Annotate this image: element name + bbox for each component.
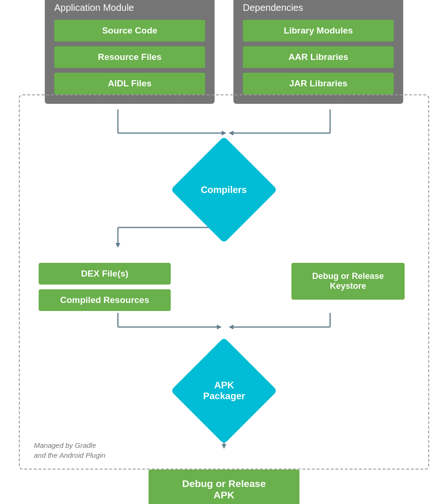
- gradle-label-line1: Managed by Gradle: [34, 441, 96, 449]
- aar-libraries-item: AAR Libraries: [243, 46, 394, 68]
- compilers-diamond: Compilers: [171, 136, 277, 243]
- dex-files-box: DEX File(s): [39, 263, 171, 285]
- apk-packager-wrapper: APKPackager: [34, 353, 414, 428]
- app-module-title: Application Module: [54, 2, 205, 13]
- application-module-box: Application Module Source Code Resource …: [45, 0, 215, 104]
- svg-marker-11: [217, 325, 222, 329]
- to-apk-arrows-svg: [33, 313, 415, 339]
- aidl-files-item: AIDL Files: [54, 73, 205, 94]
- apk-packager-diamond: APKPackager: [171, 337, 277, 444]
- keystore-col: Debug or ReleaseKeystore: [287, 263, 409, 300]
- top-row: Application Module Source Code Resource …: [12, 0, 436, 104]
- output-apk-label: Debug or ReleaseAPK: [182, 478, 265, 500]
- compiled-resources-box: Compiled Resources: [39, 289, 171, 311]
- output-apk-box: Debug or ReleaseAPK: [149, 470, 299, 504]
- inner-flow: Compilers DEX File(s) Compiled Resources…: [34, 109, 414, 450]
- resource-files-item: Resource Files: [54, 46, 205, 68]
- middle-row: DEX File(s) Compiled Resources Debug or …: [34, 263, 414, 311]
- dependencies-box: Dependencies Library Modules AAR Librari…: [233, 0, 403, 104]
- gradle-label: Managed by Gradle and the Android Plugin: [34, 440, 105, 460]
- svg-marker-8: [116, 243, 120, 248]
- output-row: Debug or ReleaseAPK: [149, 470, 299, 504]
- gradle-label-line2: and the Android Plugin: [34, 451, 105, 459]
- left-outputs: DEX File(s) Compiled Resources: [39, 263, 171, 311]
- svg-marker-14: [229, 325, 233, 329]
- svg-marker-2: [222, 131, 226, 135]
- svg-marker-16: [222, 444, 226, 449]
- compilers-wrapper: Compilers: [34, 152, 414, 227]
- keystore-label: Debug or ReleaseKeystore: [312, 271, 384, 291]
- source-code-item: Source Code: [54, 20, 205, 42]
- svg-marker-5: [229, 131, 233, 135]
- apk-packager-label: APKPackager: [203, 380, 245, 402]
- keystore-box: Debug or ReleaseKeystore: [291, 263, 405, 300]
- jar-libraries-item: JAR Libraries: [243, 73, 394, 94]
- library-modules-item: Library Modules: [243, 20, 394, 42]
- build-diagram: Application Module Source Code Resource …: [12, 0, 436, 504]
- compilers-label: Compilers: [201, 185, 247, 195]
- dependencies-title: Dependencies: [243, 2, 394, 13]
- gradle-managed-region: Compilers DEX File(s) Compiled Resources…: [19, 94, 429, 470]
